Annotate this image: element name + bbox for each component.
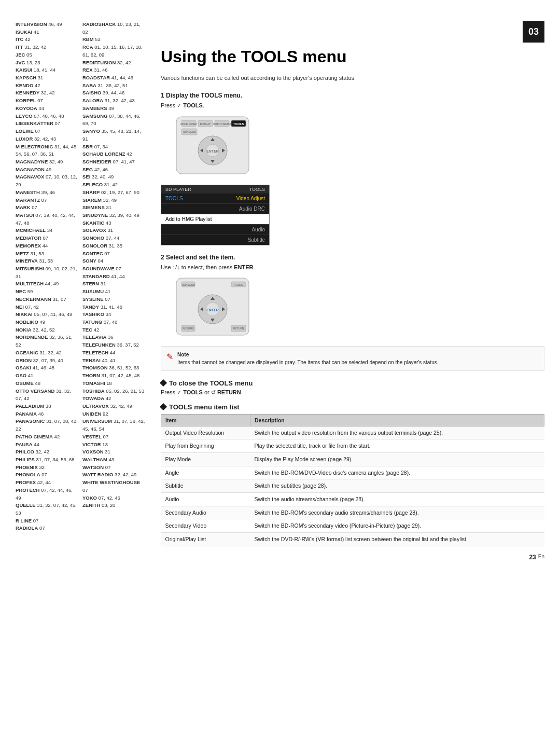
table-row: Play from BeginningPlay the selected tit…: [161, 439, 544, 453]
desc-cell: Switch the BD-ROM's secondary video (Pic…: [250, 519, 544, 533]
brand-item: TOMASHI 18: [82, 380, 145, 388]
svg-text:ENTER: ENTER: [206, 308, 219, 312]
step1-instruction: Press ✓ TOOLS.: [161, 102, 544, 109]
menu-item-audiodrc: Audio DRC: [161, 204, 269, 214]
brand-item: MEDIATOR 07: [16, 235, 78, 242]
item-list-heading: TOOLS menu item list: [161, 403, 544, 411]
menu-item-videoadjust: Video Adjust: [236, 196, 265, 201]
brand-item: JEC 05: [16, 51, 78, 59]
brand-item: TELEFUNKEN 36, 37, 52: [82, 341, 145, 349]
brand-item: MARANTZ 07: [16, 197, 78, 204]
desc-cell: Switch the BD-ROM/DVD-Video disc's camer…: [250, 466, 544, 479]
close-heading: To close the TOOLS menu: [161, 379, 544, 387]
desc-cell: Switch the DVD-R/-RW's (VR format) list …: [250, 533, 544, 546]
brand-item: SELECO 31, 42: [82, 181, 145, 189]
brand-item: LUXOR 32, 42, 43: [16, 135, 78, 143]
brand-item: TOSHIBA 05, 02, 26, 21, 53: [82, 388, 145, 395]
close-section: To close the TOOLS menu Press ✓ TOOLS or…: [161, 379, 544, 396]
brand-item: SOLAVOX 31: [82, 227, 145, 235]
brand-item: OTTO VERSAND 31, 32, 07, 42: [16, 388, 78, 403]
remote-diagram-1: VIDEO RESET DISPLAY POPUP MENU TOOLS ENT…: [161, 114, 264, 177]
brand-item: ROADSTAR 41, 44, 46: [82, 74, 145, 82]
brand-item: INTERVISION 46, 49: [16, 21, 78, 29]
brand-item: PHILCO 32, 42: [16, 448, 78, 456]
brand-item: VOXSON 31: [82, 448, 145, 456]
table-row: AudioSwitch the audio streams/channels (…: [161, 492, 544, 506]
brand-item: TELETECH 44: [82, 349, 145, 357]
brand-item: RADIOSHACK 10, 23, 21, 02: [82, 21, 145, 36]
brand-item: NEC 59: [16, 288, 78, 296]
page-title: Using the TOOLS menu: [161, 47, 544, 66]
svg-text:VIDEO RESET: VIDEO RESET: [180, 122, 198, 126]
svg-text:TOP MENU: TOP MENU: [183, 130, 197, 133]
table-row: Play ModeDisplay the Play Mode screen (p…: [161, 452, 544, 466]
table-row: AngleSwitch the BD-ROM/DVD-Video disc's …: [161, 466, 544, 479]
brand-item: KENNEDY 32, 42: [16, 89, 78, 97]
brand-item: OSO 41: [16, 372, 78, 380]
brand-item: TENSAI 40, 41: [82, 357, 145, 365]
item-cell: Secondary Video: [161, 519, 250, 533]
menu-tools-label: TOOLS: [249, 187, 265, 192]
brand-item: THOMSON 36, 51, 52, 63: [82, 364, 145, 372]
brand-item: TOWADA 42: [82, 395, 145, 403]
tools-table-body: Output Video ResolutionSwitch the output…: [161, 426, 544, 546]
svg-text:RESUME: RESUME: [183, 327, 194, 330]
brand-item: SAISHO 39, 44, 46: [82, 89, 145, 97]
brand-item: TEC 42: [82, 326, 145, 334]
brand-item: PANAMA 46: [16, 410, 78, 418]
brand-item: TELEAVIA 36: [82, 334, 145, 341]
brand-item: NIKKAI 05, 07, 41, 46, 48: [16, 311, 78, 319]
brand-item: NOBLIKO 49: [16, 319, 78, 326]
brand-item: PHOENIX 32: [16, 464, 78, 472]
note-text: Items that cannot be changed are display…: [177, 360, 439, 365]
brand-item: SEI 32, 40, 49: [82, 173, 145, 181]
brand-item: TANDY 31, 41, 48: [82, 304, 145, 311]
desc-cell: Switch the subtitles (page 28).: [250, 479, 544, 493]
brand-item: ULTRAVOX 32, 42, 49: [82, 403, 145, 410]
brand-item: SUSUMU 41: [82, 288, 145, 296]
brand-item: RCA 01, 10, 15, 16, 17, 18, 61, 62, 09: [82, 44, 145, 59]
item-cell: Original/Play List: [161, 533, 250, 546]
menu-screenshot: BD PLAYER TOOLS TOOLS Video Adjust Audio…: [161, 185, 270, 245]
desc-cell: Switch the BD-ROM's secondary audio stre…: [250, 506, 544, 519]
svg-text:ENTER: ENTER: [206, 149, 219, 153]
brand-item: RBM 53: [82, 36, 145, 44]
brand-item: WHITE WESTINGHOUSE 07: [82, 479, 145, 494]
brand-item: SONOLOR 31, 35: [82, 242, 145, 250]
menu-item-subtitle: Subtitle: [161, 235, 269, 245]
brand-item: SONOKO 07, 44: [82, 235, 145, 242]
brand-item: OCEANIC 31, 32, 42: [16, 349, 78, 357]
desc-cell: Switch the output video resolution from …: [250, 426, 544, 439]
brand-item: MATSUI 07, 39, 40, 42, 44, 47, 48: [16, 212, 78, 227]
remote-diagram-2: TOP MENU TOOLS ENTER RESUME RETURN: [161, 276, 264, 339]
brand-item: KENDO 42: [16, 82, 78, 90]
brand-item: RADIOLA 07: [16, 525, 78, 532]
brand-item: SANYO 35, 45, 48, 21, 14, 91: [82, 128, 145, 143]
svg-text:TOOLS: TOOLS: [233, 122, 244, 126]
menu-item-hmg: Add to HMG Playlist: [161, 214, 269, 225]
brand-item: METZ 31, 53: [16, 250, 78, 258]
table-row: Secondary VideoSwitch the BD-ROM's secon…: [161, 519, 544, 533]
brand-item: SABA 31, 36, 42, 51: [82, 82, 145, 90]
brand-item: ITC 42: [16, 36, 78, 44]
brand-item: OSAKI 41, 46, 48: [16, 364, 78, 372]
brand-item: KAISUI 18, 41, 44: [16, 66, 78, 74]
brand-item: PHONOLA 07: [16, 471, 78, 479]
brand-item: SONTEC 07: [82, 250, 145, 258]
brand-item: LEYCO 07, 40, 46, 48: [16, 113, 78, 120]
desc-cell: Switch the audio streams/channels (page …: [250, 492, 544, 506]
item-list-section: TOOLS menu item list Item Description Ou…: [161, 403, 544, 546]
brand-item: NOKIA 32, 42, 52: [16, 326, 78, 334]
svg-text:POPUP MENU: POPUP MENU: [213, 122, 231, 126]
brand-col2: RADIOSHACK 10, 23, 21, 02RBM 53RCA 01, 1…: [82, 21, 145, 532]
brand-item: VESTEL 07: [82, 433, 145, 441]
note-label: Note: [177, 352, 189, 357]
remote-svg-1: VIDEO RESET DISPLAY POPUP MENU TOOLS ENT…: [161, 114, 264, 176]
brand-item: QUELLE 31, 32, 07, 42, 45, 53: [16, 502, 78, 517]
brand-item: SIAREM 32, 49: [82, 197, 145, 204]
brand-item: SBR 07, 34: [82, 143, 145, 151]
brand-item: REX 31, 46: [82, 66, 145, 74]
table-row: Secondary AudioSwitch the BD-ROM's secon…: [161, 506, 544, 519]
brand-item: M ELECTRONIC 31, 44, 45, 54, 56, 07, 36,…: [16, 143, 78, 158]
brand-item: MEMOREX 44: [16, 242, 78, 250]
